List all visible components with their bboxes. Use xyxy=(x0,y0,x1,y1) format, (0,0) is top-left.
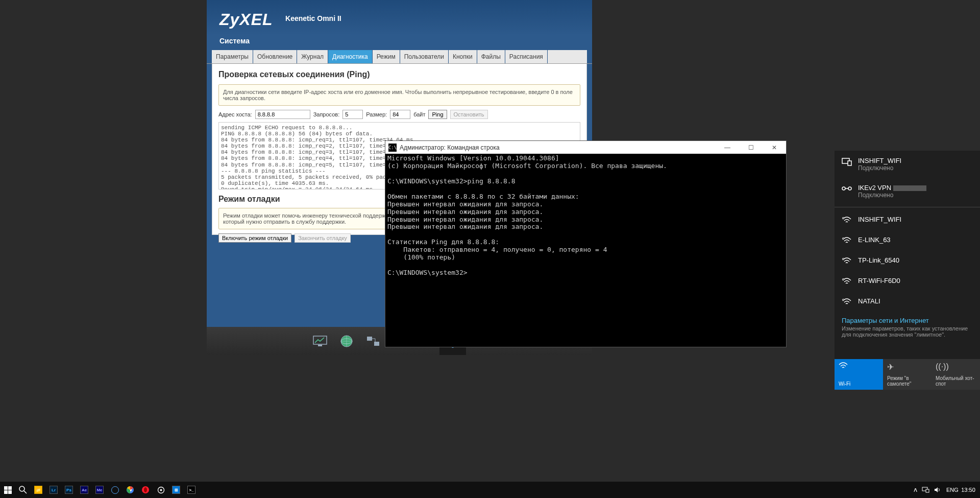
maximize-button[interactable]: ☐ xyxy=(739,141,763,154)
wifi-name: INSHIFT_WIFI xyxy=(858,157,901,164)
tray-network-icon[interactable] xyxy=(922,487,933,493)
chrome-button[interactable] xyxy=(122,482,138,498)
cmd-taskbar-button[interactable]: >_ xyxy=(184,482,199,498)
lightroom-button[interactable]: Lr xyxy=(46,482,61,498)
wifi-tile-hotspot[interactable]: ((·)) Мобильный хот-спот xyxy=(932,359,980,390)
tray-chevron-icon[interactable]: ʌ xyxy=(910,486,921,493)
host-label: Адрес хоста: xyxy=(218,111,252,117)
svg-point-27 xyxy=(843,258,844,260)
wifi-name: RT-WiFi-F6D0 xyxy=(858,277,900,284)
ethernet-icon xyxy=(842,157,852,166)
tray-volume-icon[interactable] xyxy=(934,487,945,493)
cmd-titlebar[interactable]: C:\ Администратор: Командная строка — ☐ … xyxy=(385,141,786,154)
tray-time[interactable]: 13:50 xyxy=(959,487,978,493)
hotspot-icon: ((·)) xyxy=(936,362,976,371)
svg-rect-21 xyxy=(848,161,851,165)
wifi-signal-icon xyxy=(842,236,852,244)
wifi-name: E-LINK_63 xyxy=(858,236,891,244)
wifi-available-4[interactable]: NATALI xyxy=(835,291,980,312)
vpn-icon xyxy=(842,184,852,192)
wifi-connected-vpn[interactable]: IKEv2 VPN x Подключено xyxy=(835,178,980,205)
host-input[interactable] xyxy=(255,110,310,119)
svg-point-29 xyxy=(843,299,844,301)
wifi-signal-icon xyxy=(842,256,852,265)
enable-debug-button[interactable]: Включить режим отладки xyxy=(218,233,291,243)
wifi-name: INSHIFT_WIFI xyxy=(858,216,901,223)
tab-buttons[interactable]: Кнопки xyxy=(449,50,477,63)
wifi-panel: INSHIFT_WIFI Подключено IKEv2 VPN x Подк… xyxy=(835,151,980,390)
wifi-name: IKEv2 VPN xyxy=(858,184,891,192)
wifi-settings-title: Параметры сети и Интернет xyxy=(842,317,973,324)
tab-schedules[interactable]: Расписания xyxy=(505,50,547,63)
globe-icon[interactable] xyxy=(333,327,360,355)
router-section-title: Система xyxy=(207,34,592,50)
svg-point-39 xyxy=(144,487,147,492)
mediaencoder-button[interactable]: Me xyxy=(92,482,107,498)
close-button[interactable]: ✕ xyxy=(763,141,786,154)
svg-point-41 xyxy=(160,489,162,491)
wifi-name: NATALI xyxy=(858,297,880,305)
wifi-settings-link[interactable]: Параметры сети и Интернет Изменение пара… xyxy=(835,312,980,343)
wifi-tile-wifi[interactable]: Wi-Fi xyxy=(835,359,883,390)
wifi-signal-icon xyxy=(842,216,852,224)
monitor-icon[interactable] xyxy=(307,327,333,355)
svg-point-22 xyxy=(842,187,845,190)
wifi-available-3[interactable]: RT-WiFi-F6D0 xyxy=(835,271,980,291)
opera-button[interactable] xyxy=(138,482,153,498)
minimize-button[interactable]: — xyxy=(716,141,739,154)
svg-rect-31 xyxy=(8,486,12,490)
wifi-available-0[interactable]: INSHIFT_WIFI xyxy=(835,209,980,230)
tab-users[interactable]: Пользователи xyxy=(400,50,448,63)
wifi-available-1[interactable]: E-LINK_63 xyxy=(835,230,980,250)
router-model: Keenetic Omni II xyxy=(285,14,341,22)
ping-button[interactable]: Ping xyxy=(428,110,447,119)
cmd-window: C:\ Администратор: Командная строка — ☐ … xyxy=(385,140,787,347)
unit-label: байт xyxy=(413,111,425,117)
count-input[interactable] xyxy=(342,110,363,119)
svg-rect-32 xyxy=(4,490,8,494)
svg-point-25 xyxy=(843,218,844,219)
settings-button[interactable] xyxy=(153,482,168,498)
size-input[interactable] xyxy=(390,110,410,119)
tab-journal[interactable]: Журнал xyxy=(297,50,328,63)
stop-button: Остановить xyxy=(450,110,488,119)
wifi-connected-ethernet[interactable]: INSHIFT_WIFI Подключено xyxy=(835,151,980,178)
count-label: Запросов: xyxy=(313,111,340,117)
svg-rect-30 xyxy=(4,486,8,490)
tab-diagnostics[interactable]: Диагностика xyxy=(328,50,372,63)
app-circle[interactable] xyxy=(107,482,122,498)
app-generic[interactable]: ⊞ xyxy=(168,482,184,498)
tab-params[interactable]: Параметры xyxy=(212,50,253,63)
svg-rect-0 xyxy=(313,336,327,344)
explorer-button[interactable]: 📁 xyxy=(31,482,46,498)
windows-taskbar: 📁 Lr Ps Ae Me ⊞ >_ ʌ ENG 13:50 xyxy=(0,482,980,498)
wifi-available-2[interactable]: TP-Link_6540 xyxy=(835,250,980,271)
wifi-status: Подключено xyxy=(858,164,901,172)
svg-rect-43 xyxy=(926,489,929,492)
wifi-icon xyxy=(839,362,879,369)
svg-point-34 xyxy=(19,486,24,491)
tab-mode[interactable]: Режим xyxy=(373,50,400,63)
tray-lang[interactable]: ENG xyxy=(946,487,958,493)
photoshop-button[interactable]: Ps xyxy=(61,482,77,498)
svg-point-28 xyxy=(843,279,844,280)
router-tabs: Параметры Обновление Журнал Диагностика … xyxy=(207,50,592,64)
ping-hint: Для диагностики сети введите IP-адрес хо… xyxy=(218,84,580,106)
network-icon[interactable] xyxy=(360,327,386,355)
svg-rect-33 xyxy=(8,490,12,494)
wifi-signal-icon xyxy=(842,277,852,285)
tab-files[interactable]: Файлы xyxy=(477,50,505,63)
aftereffects-button[interactable]: Ae xyxy=(77,482,92,498)
wifi-settings-desc: Изменение параметров, таких как установл… xyxy=(842,325,973,338)
wifi-signal-icon xyxy=(842,297,852,305)
airplane-icon: ✈ xyxy=(887,362,927,372)
search-button[interactable] xyxy=(15,482,31,498)
svg-rect-1 xyxy=(318,345,322,346)
wifi-tile-airplane[interactable]: ✈ Режим "в самолете" xyxy=(883,359,932,390)
svg-point-23 xyxy=(848,187,851,190)
wifi-status: Подключено xyxy=(858,192,926,199)
start-button[interactable] xyxy=(0,482,15,498)
cmd-icon: C:\ xyxy=(388,144,397,152)
wifi-name: TP-Link_6540 xyxy=(858,256,899,264)
tab-update[interactable]: Обновление xyxy=(253,50,297,63)
